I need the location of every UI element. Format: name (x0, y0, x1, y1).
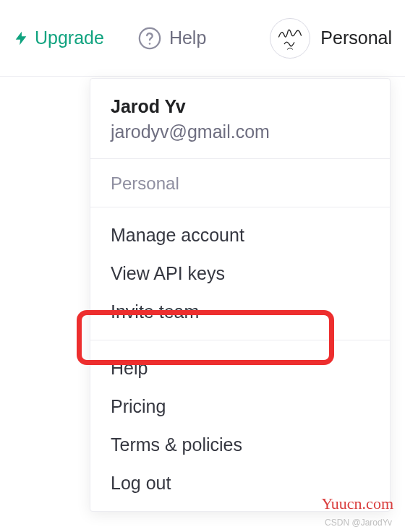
bolt-icon (13, 29, 29, 48)
menu-group-account: Manage account View API keys Invite team (90, 207, 390, 340)
menu-terms[interactable]: Terms & policies (90, 426, 390, 464)
menu-help[interactable]: Help (90, 349, 390, 387)
svg-point-1 (149, 43, 151, 45)
help-label: Help (169, 27, 206, 48)
svg-point-2 (271, 19, 309, 56)
upgrade-button[interactable]: Upgrade (13, 27, 104, 48)
dropdown-header: Jarod Yv jarodyv@gmail.com (90, 79, 390, 159)
user-email: jarodyv@gmail.com (111, 121, 370, 142)
watermark-credit: CSDN @JarodYv (325, 518, 392, 528)
avatar (270, 18, 310, 59)
menu-pricing[interactable]: Pricing (90, 387, 390, 426)
menu-view-api-keys[interactable]: View API keys (90, 254, 390, 293)
menu-invite-team[interactable]: Invite team (90, 293, 390, 331)
workspace-label: Personal (90, 159, 390, 207)
user-name: Jarod Yv (111, 96, 370, 117)
menu-manage-account[interactable]: Manage account (90, 216, 390, 254)
account-menu-button[interactable]: Personal (270, 18, 392, 59)
help-icon (137, 26, 162, 51)
upgrade-label: Upgrade (35, 27, 104, 48)
menu-group-support: Help Pricing Terms & policies Log out (90, 340, 390, 511)
topbar: Upgrade Help Personal (0, 0, 405, 77)
watermark-site: Yuucn.com (321, 494, 393, 513)
account-dropdown: Jarod Yv jarodyv@gmail.com Personal Mana… (90, 78, 391, 512)
account-label: Personal (320, 27, 392, 48)
help-button[interactable]: Help (137, 26, 206, 51)
